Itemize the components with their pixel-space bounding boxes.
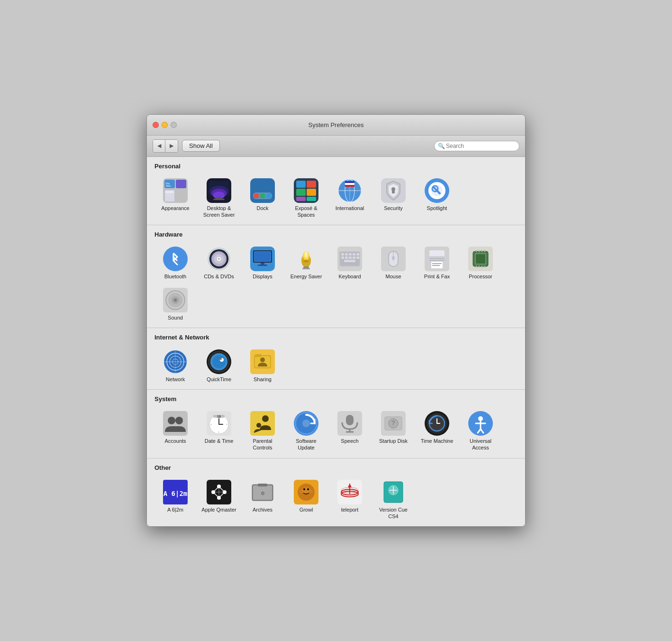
section-title-hardware: Hardware: [154, 231, 518, 238]
pref-item-displays[interactable]: Displays: [242, 244, 283, 283]
svg-point-109: [174, 299, 176, 301]
svg-point-126: [260, 357, 265, 362]
displays-icon: [250, 247, 275, 271]
items-grid-internet-network: Network QuickTime Sharing: [154, 347, 518, 385]
close-button[interactable]: [153, 122, 159, 128]
universal-access-icon: [468, 411, 493, 436]
startup-disk-icon: ?: [381, 411, 406, 436]
pref-item-expose-spaces[interactable]: Exposé & Spaces: [285, 175, 327, 221]
pref-item-print-fax[interactable]: Print & Fax: [416, 244, 458, 283]
pref-item-sound[interactable]: Sound: [154, 285, 196, 324]
svg-rect-99: [484, 250, 485, 252]
search-input[interactable]: [434, 141, 519, 151]
nav-buttons: ◀ ▶: [153, 139, 178, 153]
mouse-label: Mouse: [385, 273, 401, 280]
pref-item-universal-access[interactable]: Universal Access: [460, 408, 501, 454]
pref-item-quicktime[interactable]: QuickTime: [198, 347, 240, 385]
minimize-button[interactable]: [162, 122, 168, 128]
pref-item-keyboard[interactable]: Keyboard: [329, 244, 371, 283]
pref-item-energy-saver[interactable]: Energy Saver: [285, 244, 327, 283]
svg-rect-17: [254, 193, 259, 198]
apple-qmaster-icon: [207, 480, 231, 504]
svg-point-186: [303, 488, 305, 490]
forward-button[interactable]: ▶: [165, 140, 178, 152]
svg-rect-90: [432, 263, 442, 264]
svg-point-128: [168, 417, 175, 424]
svg-rect-140: [250, 411, 275, 436]
titlebar: System Preferences: [147, 115, 525, 136]
show-all-button[interactable]: Show All: [182, 140, 220, 152]
accounts-icon: [163, 411, 188, 436]
svg-rect-33: [345, 181, 354, 183]
speech-icon: [337, 411, 362, 436]
maximize-button[interactable]: [171, 122, 177, 128]
svg-point-145: [302, 420, 310, 427]
svg-rect-24: [307, 189, 316, 196]
svg-rect-18: [260, 193, 265, 198]
desktop-screen-saver-label: Desktop & Screen Saver: [200, 205, 238, 219]
svg-rect-68: [341, 253, 344, 256]
svg-point-12: [209, 186, 228, 197]
svg-rect-55: [254, 251, 271, 262]
pref-item-a62m[interactable]: A 6|2m A 6|2m: [154, 477, 196, 523]
pref-item-security[interactable]: Security: [372, 175, 414, 221]
pref-item-network[interactable]: Network: [154, 347, 196, 385]
pref-item-apple-qmaster[interactable]: Apple Qmaster: [198, 477, 240, 523]
pref-item-speech[interactable]: Speech: [329, 408, 371, 454]
appearance-label: Appearance: [161, 205, 189, 211]
pref-item-version-cue[interactable]: Version Cue CS4: [372, 477, 414, 523]
section-internet-network: Internet & Network Network QuickTime Sha…: [147, 328, 525, 390]
svg-rect-127: [163, 411, 188, 436]
pref-item-desktop-screen-saver[interactable]: Desktop & Screen Saver: [198, 175, 240, 221]
pref-item-international[interactable]: International: [329, 175, 371, 221]
pref-item-cds-dvds[interactable]: CDs & DVDs: [198, 244, 240, 283]
version-cue-label: Version Cue CS4: [374, 506, 412, 520]
pref-item-software-update[interactable]: Software Update: [285, 408, 327, 454]
pref-item-time-machine[interactable]: Time Machine: [416, 408, 458, 454]
svg-rect-88: [429, 260, 445, 261]
pref-item-dock[interactable]: Dock: [242, 175, 283, 221]
teleport-label: teleport: [341, 506, 359, 513]
pref-item-growl[interactable]: Growl: [285, 477, 327, 523]
section-title-other: Other: [154, 464, 518, 471]
print-fax-label: Print & Fax: [424, 273, 450, 280]
pref-item-parental-controls[interactable]: Parental Controls: [242, 408, 283, 454]
svg-rect-70: [349, 253, 352, 256]
pref-item-sharing[interactable]: Sharing: [242, 347, 283, 385]
svg-rect-26: [307, 197, 316, 201]
software-update-label: Software Update: [287, 438, 325, 451]
pref-item-appearance[interactable]: File New Appearance: [154, 175, 196, 221]
archives-icon: ⚙: [250, 480, 275, 504]
svg-text:⚙: ⚙: [261, 491, 265, 496]
back-button[interactable]: ◀: [153, 140, 165, 152]
pref-item-accounts[interactable]: Accounts: [154, 408, 196, 454]
pref-item-mouse[interactable]: Mouse: [372, 244, 414, 283]
svg-rect-182: [258, 484, 267, 486]
pref-item-archives[interactable]: ⚙ Archives: [242, 477, 283, 523]
svg-text:A 6|2m: A 6|2m: [163, 490, 188, 498]
svg-rect-101: [479, 266, 480, 267]
cds-dvds-icon: [207, 247, 231, 271]
growl-label: Growl: [300, 506, 313, 513]
svg-rect-38: [392, 190, 395, 193]
section-system: System Accounts 18 Date & Time Parental …: [147, 390, 525, 458]
keyboard-label: Keyboard: [338, 273, 361, 280]
svg-rect-125: [255, 354, 262, 357]
accounts-label: Accounts: [164, 438, 186, 444]
pref-item-processor[interactable]: Processor: [460, 244, 501, 283]
svg-rect-71: [353, 253, 355, 256]
pref-item-bluetooth[interactable]: Bluetooth: [154, 244, 196, 283]
archives-label: Archives: [253, 506, 272, 513]
pref-item-date-time[interactable]: 18 Date & Time: [198, 408, 240, 454]
energy-saver-label: Energy Saver: [291, 273, 322, 280]
svg-rect-91: [432, 265, 440, 266]
pref-item-startup-disk[interactable]: ? Startup Disk: [372, 408, 414, 454]
pref-item-spotlight[interactable]: Spotlight: [416, 175, 458, 221]
growl-icon: [294, 480, 318, 504]
startup-disk-label: Startup Disk: [379, 438, 408, 444]
svg-rect-77: [356, 256, 359, 259]
svg-point-62: [305, 251, 308, 257]
processor-label: Processor: [469, 273, 492, 280]
pref-item-teleport[interactable]: teleport: [329, 477, 371, 523]
svg-rect-75: [349, 256, 352, 259]
